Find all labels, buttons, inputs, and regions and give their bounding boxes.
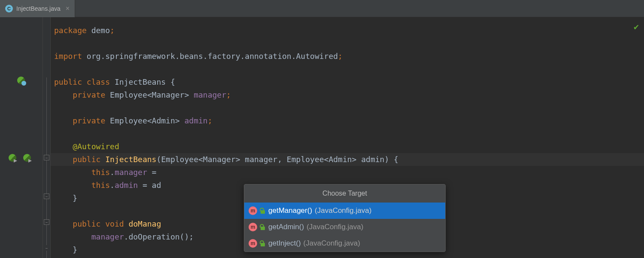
method-icon: m — [249, 223, 257, 231]
popup-item-context: (JavaConfig.java) — [304, 237, 360, 250]
popup-item-context: (JavaConfig.java) — [315, 204, 371, 217]
code-keyword: package — [54, 26, 87, 35]
code-keyword: this — [91, 181, 110, 190]
code-method: InjectBeans — [105, 155, 156, 164]
code-text — [54, 181, 91, 190]
code-keyword: public class — [54, 77, 115, 86]
code-text — [54, 142, 73, 151]
code-text: ; — [110, 26, 115, 35]
code-text: ; — [208, 116, 213, 125]
code-text — [54, 245, 73, 254]
code-text: Employee<Admin> — [110, 116, 184, 125]
editor-tab[interactable]: C InjectBeans.java × — [0, 0, 75, 17]
code-text — [54, 116, 73, 125]
code-keyword: public void — [73, 219, 128, 228]
gutter-nav-marker[interactable] — [9, 154, 31, 162]
unlock-icon — [260, 208, 266, 214]
fold-toggle-icon[interactable]: − — [44, 245, 49, 251]
code-text — [54, 232, 91, 241]
popup-item-label: getAdmin() — [268, 221, 304, 233]
inspection-ok-icon[interactable]: ✔ — [634, 22, 639, 32]
code-keyword: import — [54, 52, 82, 61]
code-field: manager — [194, 90, 226, 99]
code-text: { — [170, 77, 175, 86]
code-annotation: @Autowired — [73, 142, 119, 151]
code-text: ; — [226, 90, 231, 99]
code-text: InjectBeans — [115, 77, 170, 86]
tab-bar: C InjectBeans.java × — [0, 0, 644, 17]
fold-toggle-icon[interactable]: − — [44, 155, 49, 160]
code-text: ; — [338, 52, 343, 61]
popup-item-label: getManager() — [268, 204, 312, 217]
code-text: .doOperation(); — [124, 232, 194, 241]
code-text — [54, 90, 73, 99]
popup-title: Choose Target — [244, 184, 445, 203]
code-field: admin — [184, 116, 207, 125]
code-text: } — [73, 194, 77, 203]
code-text — [54, 219, 73, 228]
code-text: = ad — [138, 181, 161, 190]
code-field: manager — [91, 232, 124, 241]
fold-gutter: − − − − — [43, 17, 51, 258]
code-text — [54, 155, 73, 164]
gutter — [0, 17, 43, 258]
code-keyword: public — [73, 155, 105, 164]
choose-target-popup: Choose Target m getManager() (JavaConfig… — [244, 184, 446, 252]
code-text — [54, 194, 73, 203]
editor-area: − − − − package demo; import org.springf… — [0, 17, 644, 258]
code-text: org.springframework.beans.factory.annota… — [82, 52, 338, 61]
close-icon[interactable]: × — [66, 5, 70, 12]
code-field: manager — [115, 168, 147, 177]
popup-item[interactable]: m getAdmin() (JavaConfig.java) — [244, 219, 445, 235]
bean-nav-icon — [23, 154, 31, 162]
method-icon: m — [249, 206, 257, 215]
spring-class-icon — [17, 77, 25, 84]
popup-item[interactable]: m getManager() (JavaConfig.java) — [244, 203, 445, 219]
unlock-icon — [260, 224, 266, 230]
code-keyword: this — [91, 168, 110, 177]
unlock-icon — [260, 240, 266, 246]
code-field: admin — [115, 181, 138, 190]
code-keyword: private — [73, 116, 110, 125]
code-text: . — [110, 181, 115, 190]
code-editor[interactable]: package demo; import org.springframework… — [51, 17, 644, 258]
popup-item[interactable]: m getInject() (JavaConfig.java) — [244, 235, 445, 252]
code-text: Employee<Manager> — [110, 90, 194, 99]
class-icon: C — [5, 5, 13, 12]
popup-item-context: (JavaConfig.java) — [307, 221, 363, 233]
method-icon: m — [249, 239, 257, 248]
code-text: demo — [87, 26, 110, 35]
code-text: } — [73, 245, 77, 254]
code-keyword: private — [73, 90, 110, 99]
bean-nav-icon — [9, 154, 16, 162]
fold-toggle-icon[interactable]: − — [44, 219, 49, 225]
code-text: . — [110, 168, 115, 177]
popup-item-label: getInject() — [268, 237, 301, 250]
fold-toggle-icon[interactable]: − — [44, 194, 49, 199]
code-text: (Employee<Manager> manager, Employee<Adm… — [156, 155, 398, 164]
tab-filename: InjectBeans.java — [16, 5, 61, 12]
code-text — [54, 168, 91, 177]
gutter-class-marker[interactable] — [17, 77, 25, 84]
code-text: = — [147, 168, 161, 177]
code-method: doManag — [128, 219, 161, 228]
